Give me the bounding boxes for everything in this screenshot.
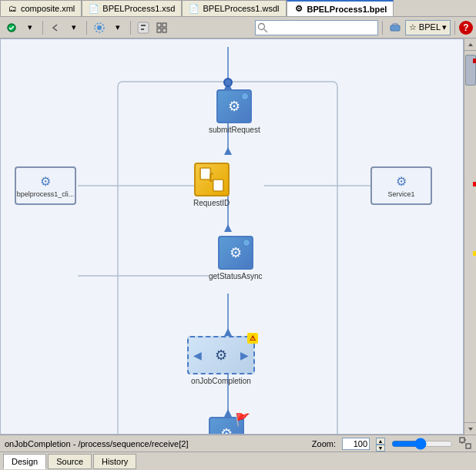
zoom-slider[interactable] [391,438,453,450]
node-onJobCompletion[interactable]: ◀ ⚙ ▶ ⚠ onJobCompletion [187,336,255,385]
service-indicator2 [243,239,250,247]
node-getStatusAsync[interactable]: ⚙ getStatusAsync [209,236,262,280]
node-requestID-label: RequestID [193,199,230,207]
tab-source[interactable]: Source [48,454,92,469]
dropdown-btn1[interactable]: ▾ [22,19,39,36]
bpel-dropdown-label: ☆ BPEL [409,22,441,32]
tab-composite[interactable]: 🗂 composite.xml [0,0,82,16]
bottom-tab-bar: Design Source History [0,452,476,470]
scroll-down-btn[interactable] [464,422,476,435]
xsd-icon: 📄 [89,3,99,14]
svg-marker-21 [224,147,232,155]
svg-rect-26 [213,180,223,191]
svg-point-1 [97,25,102,30]
tab-history[interactable]: History [93,454,136,469]
tab-design[interactable]: Design [3,454,46,469]
bpel-icon: ⚙ [293,4,304,15]
service-indicator [241,92,249,100]
dropdown-btn3[interactable]: ▾ [109,19,126,36]
zoom-fit-btn[interactable] [459,437,471,451]
flag-badge: 🚩 [235,412,250,427]
warning-badge: ⚠ [247,333,258,344]
back-btn[interactable] [47,19,64,36]
status-bar: onJobCompletion - /process/sequence/rece… [0,435,476,452]
svg-line-9 [264,29,267,32]
node-submitRequest-label: submitRequest [209,126,260,134]
tab-bpel[interactable]: ⚙ BPELProcess1.bpel [287,0,394,16]
scope-right-arrow: ▶ [240,349,249,361]
sep1 [42,21,43,35]
zoom-input[interactable] [342,438,370,450]
indicator-yellow [473,251,476,256]
sep2 [86,21,87,35]
partner-service1[interactable]: ⚙ Service1 [370,166,432,205]
help-btn[interactable]: ? [459,21,473,35]
bpel-dropdown[interactable]: ☆ BPEL ▾ [405,20,451,35]
wsdl-icon: 📄 [189,3,199,14]
search-input[interactable] [268,23,376,32]
zoom-spinner[interactable]: ▲ ▼ [376,438,385,450]
svg-rect-27 [460,438,464,442]
svg-rect-25 [200,168,210,180]
svg-rect-6 [157,29,161,32]
zoom-up[interactable]: ▲ [376,438,385,445]
node-requestID[interactable]: RequestID [193,163,230,207]
assign-icon [196,164,228,195]
bpel-view-btn[interactable] [387,19,404,36]
svg-marker-23 [224,328,232,336]
search-box[interactable] [255,20,378,35]
svg-rect-7 [163,29,166,32]
bpel-dropdown-arrow: ▾ [442,22,447,32]
main-container: ⚙ submitRequest RequestID ⚙ getStatusA [0,39,476,435]
node-onJobCompletion-label: onJobCompletion [191,377,251,385]
node-submitRequest[interactable]: ⚙ submitRequest [209,89,260,134]
run-btn[interactable] [135,19,152,36]
indicator-red [473,59,476,63]
toolbar: ▾ ▾ ▾ ☆ BPEL ▾ ? [0,17,476,39]
partner-service1-label: Service1 [387,190,414,198]
sep4 [382,21,383,35]
scroll-track [464,51,476,422]
svg-rect-5 [163,23,166,27]
svg-marker-24 [224,409,232,417]
grid-btn[interactable] [153,19,170,36]
svg-rect-3 [138,22,149,33]
scroll-up-btn[interactable] [464,39,476,51]
tab-wsdl[interactable]: 📄 BPELProcess1.wsdl [182,0,286,16]
zoom-down[interactable]: ▼ [376,445,385,452]
bpel-canvas[interactable]: ⚙ submitRequest RequestID ⚙ getStatusA [0,39,464,435]
settings-btn[interactable] [91,19,108,36]
sep5 [454,21,455,35]
indicator-red2 [473,182,476,186]
save-btn[interactable] [3,19,20,36]
svg-rect-28 [466,444,471,448]
svg-rect-10 [391,25,400,31]
dropdown-btn2[interactable]: ▾ [65,19,82,36]
svg-point-8 [258,23,264,29]
sep3 [130,21,131,35]
svg-marker-22 [224,224,232,232]
svg-rect-4 [157,23,161,27]
tab-xsd[interactable]: 📄 BPELProcess1.xsd [82,0,182,16]
right-scrollbar[interactable] [464,39,476,435]
partner-bpelprocess1[interactable]: ⚙ bpelprocess1_cli... [15,166,76,205]
start-node [223,78,233,87]
status-text: onJobCompletion - /process/sequence/rece… [5,439,306,448]
node-getStatusAsync-label: getStatusAsync [209,272,262,280]
partner-bpelprocess1-label: bpelprocess1_cli... [17,190,75,198]
composite-icon: 🗂 [7,3,18,14]
zoom-label: Zoom: [312,439,336,448]
node-end[interactable]: ⚙ 🚩 [209,417,244,435]
tab-bar: 🗂 composite.xml 📄 BPELProcess1.xsd 📄 BPE… [0,0,476,17]
scope-left-arrow: ◀ [193,349,202,361]
